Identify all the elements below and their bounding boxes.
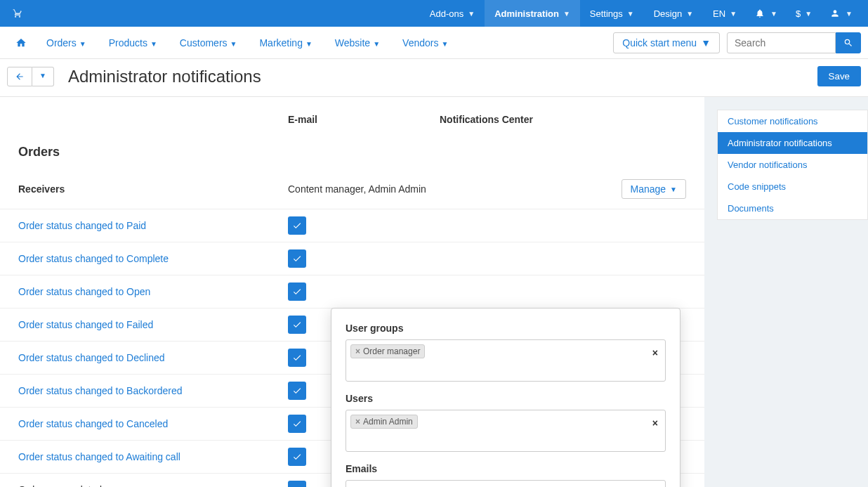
manage-popover: User groups ×Order manager × Users ×Admi…: [331, 308, 680, 487]
save-button[interactable]: Save: [817, 66, 861, 86]
cart-icon[interactable]: [7, 8, 28, 18]
sidebar-item[interactable]: Customer notifications: [718, 110, 867, 132]
receivers-label: Receivers: [18, 183, 288, 195]
caret-down-icon: ▼: [701, 37, 711, 48]
nav-marketing[interactable]: Marketing▼: [248, 30, 323, 56]
topnav-currency[interactable]: $▼: [786, 0, 822, 27]
user-menu-icon[interactable]: ▼: [822, 0, 861, 27]
main-content: E-mail Notifications Center Orders Recei…: [0, 97, 704, 487]
notification-row: Order status changed to Paid: [0, 209, 704, 242]
caret-down-icon: ▼: [686, 10, 693, 18]
clear-users[interactable]: ×: [652, 417, 658, 429]
caret-down-icon: ▼: [79, 40, 86, 48]
sidebar: Customer notificationsAdministrator noti…: [717, 110, 868, 220]
user-groups-box[interactable]: ×Order manager ×: [346, 339, 666, 382]
topnav-language[interactable]: EN▼: [703, 0, 747, 27]
sidebar-item[interactable]: Documents: [718, 197, 867, 219]
search-button[interactable]: [836, 32, 861, 53]
clear-user-groups[interactable]: ×: [652, 347, 658, 358]
sidebar-item[interactable]: Vendor notifications: [718, 154, 867, 176]
quick-start-menu[interactable]: Quick start menu▼: [613, 32, 720, 53]
sidebar-item[interactable]: Administrator notifications: [718, 132, 867, 154]
caret-down-icon: ▼: [150, 40, 157, 48]
caret-down-icon: ▼: [846, 10, 853, 18]
email-checkbox[interactable]: [288, 349, 306, 367]
main: E-mail Notifications Center Orders Recei…: [0, 97, 868, 487]
email-checkbox[interactable]: [288, 283, 306, 301]
email-checkbox[interactable]: [288, 316, 306, 334]
caret-down-icon: ▼: [305, 40, 313, 48]
email-checkbox[interactable]: [288, 216, 306, 235]
caret-down-icon: ▼: [730, 10, 737, 18]
back-button[interactable]: [7, 67, 32, 86]
titlebar: ▼ Administrator notifications Save: [0, 59, 868, 97]
notification-row: Order status changed to Complete: [0, 242, 704, 275]
topnav-design[interactable]: Design▼: [644, 0, 703, 27]
notification-link[interactable]: Order status changed to Backordered: [18, 385, 182, 396]
nav-website[interactable]: Website▼: [324, 30, 391, 56]
caret-down-icon: ▼: [627, 10, 634, 18]
remove-tag-icon[interactable]: ×: [355, 346, 360, 356]
nav-customers[interactable]: Customers▼: [169, 30, 249, 56]
home-icon[interactable]: [7, 30, 35, 56]
global-search-input[interactable]: [727, 32, 836, 53]
email-checkbox[interactable]: [288, 448, 306, 466]
user-group-tag: ×Order manager: [350, 344, 425, 358]
user-tag: ×Admin Admin: [350, 415, 418, 429]
nav-products[interactable]: Products▼: [98, 30, 169, 56]
caret-down-icon: ▼: [805, 10, 812, 18]
user-groups-label: User groups: [346, 323, 666, 334]
topbar: Add-ons▼ Administration▼ Settings▼ Desig…: [0, 0, 868, 27]
users-box[interactable]: ×Admin Admin ×: [346, 410, 666, 452]
caret-down-icon: ▼: [563, 10, 570, 18]
section-orders-heading: Orders: [0, 135, 704, 169]
notification-row: Order status changed to Open: [0, 275, 704, 309]
table-header: E-mail Notifications Center: [0, 97, 704, 135]
manage-button[interactable]: Manage▼: [622, 179, 687, 199]
notification-link[interactable]: Order status changed to Complete: [18, 253, 169, 264]
caret-down-icon: ▼: [770, 10, 777, 18]
navbar: Orders▼ Products▼ Customers▼ Marketing▼ …: [0, 27, 868, 59]
topnav-addons[interactable]: Add-ons▼: [420, 0, 485, 27]
remove-tag-icon[interactable]: ×: [355, 417, 360, 427]
notification-link[interactable]: Order status changed to Canceled: [18, 418, 168, 429]
back-dropdown[interactable]: ▼: [32, 67, 54, 86]
email-checkbox[interactable]: [288, 382, 306, 400]
notification-link[interactable]: Order status changed to Declined: [18, 352, 165, 363]
notification-link[interactable]: Order status changed to Failed: [18, 319, 153, 330]
caret-down-icon: ▼: [468, 10, 475, 18]
topnav-settings[interactable]: Settings▼: [580, 0, 644, 27]
topnav-administration[interactable]: Administration▼: [485, 0, 580, 27]
users-label: Users: [346, 393, 666, 404]
caret-down-icon: ▼: [373, 40, 380, 48]
email-checkbox[interactable]: [288, 415, 306, 433]
notification-link[interactable]: Order status changed to Paid: [18, 220, 146, 231]
email-checkbox[interactable]: [288, 249, 306, 268]
nav-orders[interactable]: Orders▼: [35, 30, 98, 56]
notification-link[interactable]: Order status changed to Open: [18, 286, 150, 297]
notification-label: Order was updated: [18, 484, 102, 487]
emails-label: Emails: [346, 463, 666, 474]
notifications-icon[interactable]: ▼: [747, 0, 786, 27]
receivers-value: Content manager, Admin Admin: [288, 183, 622, 195]
col-email: E-mail: [288, 114, 440, 125]
nav-vendors[interactable]: Vendors▼: [391, 30, 459, 56]
caret-down-icon: ▼: [230, 40, 237, 48]
caret-down-icon: ▼: [670, 186, 677, 193]
page-title: Administrator notifications: [68, 67, 817, 86]
sidebar-item[interactable]: Code snippets: [718, 176, 867, 197]
emails-search-input[interactable]: [346, 480, 666, 487]
receivers-row: Receivers Content manager, Admin Admin M…: [0, 169, 704, 209]
caret-down-icon: ▼: [441, 40, 448, 48]
col-notif-center: Notifications Center: [440, 114, 686, 125]
email-checkbox[interactable]: [288, 481, 306, 487]
notification-link[interactable]: Order status changed to Awaiting call: [18, 451, 180, 462]
